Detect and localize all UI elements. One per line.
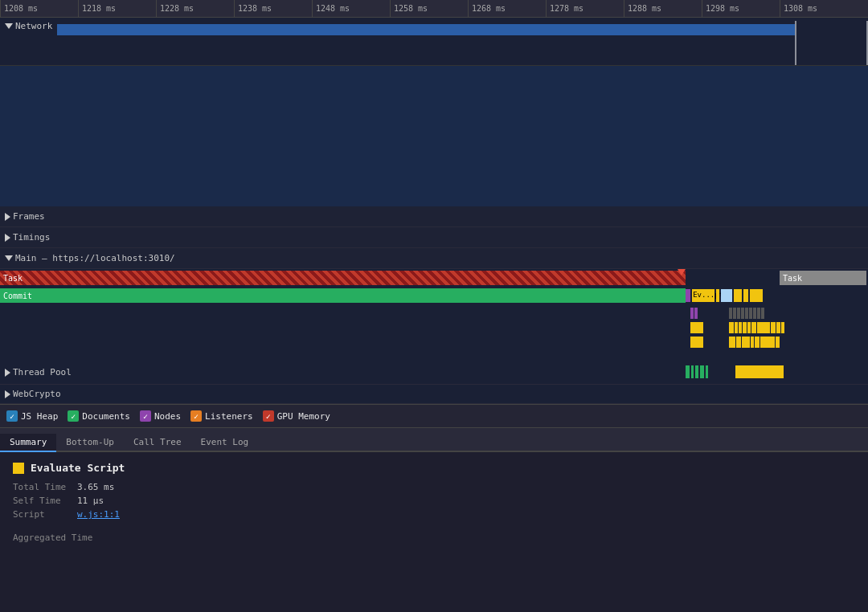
task-end-marker bbox=[678, 269, 686, 275]
mini-block-yellow-ev: Ev...pt bbox=[692, 289, 714, 302]
counter-gpu-memory-label: GPU Memory bbox=[277, 411, 330, 422]
mini-block-yellow-2 bbox=[716, 289, 719, 302]
task-bar-gray-label: Task bbox=[783, 274, 802, 283]
counter-listeners[interactable]: ✓ Listeners bbox=[190, 410, 253, 422]
summary-script-link[interactable]: w.js:1:1 bbox=[77, 509, 120, 520]
commit-label: Commit bbox=[3, 292, 32, 300]
network-bar-area bbox=[57, 21, 868, 65]
ruler-tick-3: 1238 ms bbox=[234, 0, 312, 17]
ev-block-y-b6 bbox=[760, 337, 775, 348]
ruler-tick-1: 1218 ms bbox=[78, 0, 156, 17]
ev-block-y-3 bbox=[739, 322, 742, 333]
waterfall-area bbox=[0, 66, 868, 206]
checkbox-nodes[interactable]: ✓ bbox=[140, 410, 151, 422]
webcrypto-label: WebCrypto bbox=[13, 389, 61, 399]
counter-documents[interactable]: ✓ Documents bbox=[68, 410, 130, 422]
tp-block-5 bbox=[706, 365, 708, 378]
checkbox-js-heap[interactable]: ✓ bbox=[6, 410, 18, 422]
tp-block-2 bbox=[691, 365, 694, 378]
tabs-bar: Summary Bottom-Up Call Tree Event Log bbox=[0, 428, 868, 452]
tab-bottom-up[interactable]: Bottom-Up bbox=[56, 434, 124, 452]
frames-label: Frames bbox=[13, 211, 45, 222]
ruler-tick-8: 1288 ms bbox=[624, 0, 702, 17]
ruler-tick-0: 1208 ms bbox=[0, 0, 78, 17]
frames-row[interactable]: Frames bbox=[0, 206, 868, 227]
ev-block-purple-2 bbox=[694, 308, 698, 319]
summary-color-box bbox=[13, 463, 24, 474]
ev-block-y-7 bbox=[757, 322, 770, 333]
timings-label: Timings bbox=[13, 232, 50, 243]
counter-nodes-label: Nodes bbox=[154, 411, 181, 422]
main-expand-icon bbox=[5, 255, 13, 261]
network-label: Network bbox=[0, 21, 57, 31]
tab-call-tree[interactable]: Call Tree bbox=[124, 434, 191, 452]
timings-row[interactable]: Timings bbox=[0, 227, 868, 248]
counter-nodes[interactable]: ✓ Nodes bbox=[140, 410, 181, 422]
event-cluster-right bbox=[729, 308, 784, 348]
mini-block-blue bbox=[721, 289, 732, 302]
ev-block-gray-2 bbox=[733, 308, 736, 319]
ev-block-y-4 bbox=[743, 322, 747, 333]
ev-block-y-8 bbox=[771, 322, 776, 333]
counter-js-heap[interactable]: ✓ JS Heap bbox=[6, 410, 58, 422]
event-cluster-left bbox=[690, 308, 703, 348]
webcrypto-icon bbox=[5, 390, 10, 398]
ev-block-y-b3 bbox=[742, 337, 750, 348]
ev-block-y-10 bbox=[781, 322, 784, 333]
checkbox-documents[interactable]: ✓ bbox=[68, 410, 79, 422]
checkbox-listeners[interactable]: ✓ bbox=[190, 410, 202, 422]
webcrypto-row[interactable]: WebCrypto bbox=[0, 385, 868, 404]
summary-self-time-row: Self Time 11 μs bbox=[13, 496, 855, 506]
summary-script-row: Script w.js:1:1 bbox=[13, 509, 855, 520]
counters-area: ✓ JS Heap ✓ Documents ✓ Nodes ✓ Listener… bbox=[0, 404, 868, 428]
counter-js-heap-label: JS Heap bbox=[21, 411, 58, 422]
main-label: Main — https://localhost:3010/ bbox=[15, 253, 175, 263]
tab-event-log[interactable]: Event Log bbox=[191, 434, 259, 452]
task-bar-red: Task bbox=[0, 271, 686, 285]
commit-bar-row: Commit Ev...pt bbox=[0, 287, 868, 304]
ruler-tick-2: 1228 ms bbox=[156, 0, 234, 17]
mini-block-yellow-5 bbox=[750, 289, 763, 302]
counter-gpu-memory[interactable]: ✓ GPU Memory bbox=[263, 410, 330, 422]
ruler-tick-9: 1298 ms bbox=[702, 0, 780, 17]
summary-panel: Evaluate Script Total Time 3.65 ms Self … bbox=[0, 452, 868, 612]
ev-block-y-b5 bbox=[755, 337, 760, 348]
network-label-text: Network bbox=[15, 21, 52, 31]
counter-documents-label: Documents bbox=[82, 411, 130, 422]
commit-bar-green: Commit bbox=[0, 288, 686, 303]
thread-pool-icon bbox=[5, 369, 10, 377]
network-row[interactable]: Network bbox=[0, 18, 868, 66]
network-expand-icon bbox=[5, 23, 13, 29]
counter-listeners-label: Listeners bbox=[205, 411, 253, 422]
ev-block-yellow-1 bbox=[690, 322, 703, 333]
ev-block-gray-6 bbox=[749, 308, 752, 319]
thread-pool-blocks bbox=[686, 364, 868, 380]
ruler-tick-5: 1258 ms bbox=[390, 0, 468, 17]
mini-block-purple-1 bbox=[686, 289, 690, 302]
ev-block-y-b2 bbox=[736, 337, 741, 348]
ev-block-y-5 bbox=[747, 322, 751, 333]
commit-right-area: Ev...pt bbox=[686, 288, 868, 303]
timeline-ruler: 1208 ms 1218 ms 1228 ms 1238 ms 1248 ms … bbox=[0, 0, 868, 18]
ev-block-y-6 bbox=[751, 322, 756, 333]
ev-block-y-2 bbox=[735, 322, 738, 333]
ev-block-y-b4 bbox=[751, 337, 754, 348]
ev-block-gray-7 bbox=[753, 308, 756, 319]
checkbox-gpu-memory[interactable]: ✓ bbox=[263, 410, 274, 422]
summary-aggregated-label: Aggregated Time bbox=[13, 532, 92, 543]
summary-self-time-key: Self Time bbox=[13, 496, 77, 506]
ev-block-yellow-2 bbox=[690, 337, 703, 348]
thread-pool-row[interactable]: Thread Pool bbox=[0, 361, 868, 385]
tp-block-yellow bbox=[735, 365, 784, 378]
ev-block-gray-9 bbox=[761, 308, 764, 319]
network-bar-1 bbox=[57, 24, 795, 35]
ev-block-gray-8 bbox=[757, 308, 760, 319]
ev-block-y-9 bbox=[776, 322, 780, 333]
ev-block-y-b7 bbox=[776, 337, 780, 348]
main-header[interactable]: Main — https://localhost:3010/ bbox=[0, 248, 868, 269]
tab-summary[interactable]: Summary bbox=[0, 434, 56, 452]
mini-block-yellow-4 bbox=[743, 289, 748, 302]
timings-expand-icon bbox=[5, 234, 10, 242]
selection-marker-1 bbox=[795, 21, 796, 65]
summary-title: Evaluate Script bbox=[31, 462, 125, 474]
